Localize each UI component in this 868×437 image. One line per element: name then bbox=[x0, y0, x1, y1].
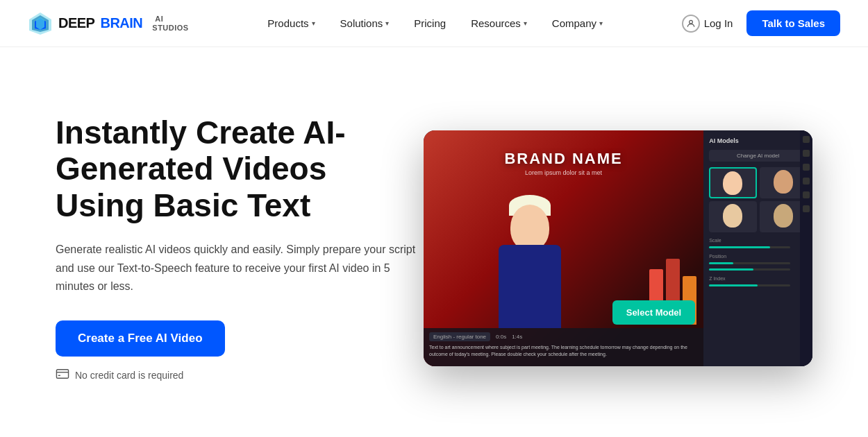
model-head-3 bbox=[723, 204, 742, 228]
panel-icon-4[interactable] bbox=[803, 178, 810, 185]
zindex-label: Z Index bbox=[709, 276, 807, 281]
mockup-container: BRAND NAME Lorem ipsum dolor sit a met bbox=[424, 130, 812, 366]
zindex-section: Z Index 60 bbox=[709, 276, 807, 288]
hero-section: Instantly Create AI-Generated Videos Usi… bbox=[0, 47, 868, 436]
model-card-1[interactable] bbox=[709, 167, 756, 198]
logo-ai-studios: AI STUDIOS bbox=[152, 15, 188, 31]
avatar-body bbox=[499, 245, 561, 328]
time-display-1: 0:0s bbox=[496, 334, 506, 340]
panel-icon-3[interactable] bbox=[803, 164, 810, 171]
model-head-2 bbox=[774, 170, 793, 194]
ai-avatar bbox=[481, 189, 578, 328]
model-head-4 bbox=[774, 204, 793, 228]
time-display-2: 1:4s bbox=[512, 334, 522, 340]
model-head-1 bbox=[723, 171, 742, 195]
nav-pricing[interactable]: Pricing bbox=[414, 17, 446, 29]
hero-mockup: BRAND NAME Lorem ipsum dolor sit a met bbox=[424, 130, 812, 366]
model-grid bbox=[709, 167, 807, 232]
scale-label: Scale bbox=[709, 238, 807, 243]
navbar: DEEPBRAIN AI STUDIOS Products ▾ Solution… bbox=[0, 0, 868, 47]
hero-left: Instantly Create AI-Generated Videos Usi… bbox=[56, 114, 424, 383]
lang-bar: English - regular tone 0:0s 1:4s bbox=[429, 332, 698, 341]
scale-slider[interactable] bbox=[709, 246, 790, 248]
position-label: Position bbox=[709, 254, 807, 259]
nav-company[interactable]: Company ▾ bbox=[552, 17, 603, 29]
position-y-row: 45 bbox=[709, 267, 807, 272]
panel-icon-6[interactable] bbox=[803, 205, 810, 212]
login-button[interactable]: Log In bbox=[682, 15, 733, 33]
scale-slider-row: 75 bbox=[709, 245, 807, 250]
position-x-slider[interactable] bbox=[709, 262, 790, 264]
create-free-video-button[interactable]: Create a Free AI Video bbox=[56, 320, 225, 357]
nav-solutions[interactable]: Solutions ▾ bbox=[340, 17, 390, 29]
avatar-head bbox=[510, 205, 549, 250]
position-x-row: 24 bbox=[709, 261, 807, 266]
nav-right: Log In Talk to Sales bbox=[682, 10, 840, 36]
panel-icons-col bbox=[800, 130, 812, 366]
credit-card-icon bbox=[56, 368, 69, 382]
model-card-3[interactable] bbox=[709, 201, 756, 232]
logo[interactable]: DEEPBRAIN AI STUDIOS bbox=[28, 11, 189, 36]
mockup-panel: AI Models Change AI model bbox=[703, 130, 812, 366]
nav-products[interactable]: Products ▾ bbox=[267, 17, 315, 29]
panel-icon-5[interactable] bbox=[803, 191, 810, 198]
scale-section: Scale 75 bbox=[709, 238, 807, 250]
svg-point-4 bbox=[689, 20, 692, 24]
position-y-slider[interactable] bbox=[709, 268, 790, 271]
chevron-down-icon: ▾ bbox=[524, 19, 527, 27]
talk-to-sales-button[interactable]: Talk to Sales bbox=[746, 10, 840, 36]
position-section: Position 24 45 bbox=[709, 254, 807, 272]
panel-title: AI Models bbox=[709, 137, 807, 144]
svg-rect-5 bbox=[56, 370, 68, 378]
select-model-button[interactable]: Select Model bbox=[612, 300, 695, 325]
lang-badge: English - regular tone bbox=[429, 332, 490, 341]
chevron-down-icon: ▾ bbox=[312, 19, 315, 27]
hero-description: Generate realistic AI videos quickly and… bbox=[56, 241, 424, 295]
brand-name-overlay: BRAND NAME Lorem ipsum dolor sit a met bbox=[504, 150, 622, 176]
panel-icon-1[interactable] bbox=[803, 136, 810, 143]
no-credit-label: No credit card is required bbox=[56, 368, 424, 382]
nav-resources[interactable]: Resources ▾ bbox=[471, 17, 527, 29]
hero-title: Instantly Create AI-Generated Videos Usi… bbox=[56, 114, 424, 225]
logo-deep: DEEP bbox=[58, 15, 94, 31]
nav-links: Products ▾ Solutions ▾ Pricing Resources… bbox=[267, 17, 603, 29]
zindex-slider-row: 60 bbox=[709, 283, 807, 288]
logo-brain: BRAIN bbox=[100, 15, 142, 31]
chevron-down-icon: ▾ bbox=[599, 19, 603, 27]
user-icon bbox=[682, 15, 700, 33]
panel-change-btn[interactable]: Change AI model bbox=[709, 150, 807, 162]
panel-icon-2[interactable] bbox=[803, 150, 810, 157]
chevron-down-icon: ▾ bbox=[385, 19, 389, 27]
mockup-video-area: BRAND NAME Lorem ipsum dolor sit a met bbox=[424, 130, 703, 366]
script-text: Text to art announcement where subject i… bbox=[429, 344, 698, 358]
zindex-slider[interactable] bbox=[709, 284, 790, 286]
video-bottom-bar: English - regular tone 0:0s 1:4s Text to… bbox=[424, 328, 703, 366]
